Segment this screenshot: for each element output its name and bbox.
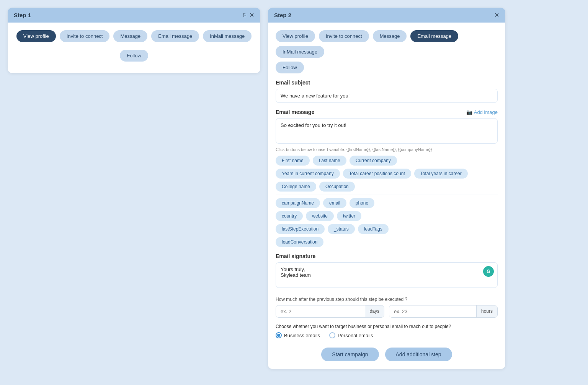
personal-emails-radio-circle [329, 332, 335, 338]
image-icon: 📷 [466, 109, 472, 115]
step2-controls: ✕ [494, 11, 499, 19]
email-message-header: Email message 📷 Add image [276, 109, 498, 115]
step1-body: View profile Invite to connect Message E… [8, 23, 260, 73]
step1-invite-connect-button[interactable]: Invite to connect [60, 30, 110, 42]
email-subject-label: Email subject [276, 80, 498, 86]
email-message-textarea[interactable]: So excited for you to try it out! [276, 118, 498, 144]
variable-buttons-row7: leadConversation [276, 237, 498, 247]
var-last-name-button[interactable]: Last name [313, 156, 346, 166]
timing-label: How much after the previous step should … [276, 297, 498, 302]
variable-buttons-row1: First name Last name Current company [276, 156, 498, 166]
var-first-name-button[interactable]: First name [276, 156, 310, 166]
step1-controls: ⎘ ✕ [243, 11, 254, 19]
var-current-company-button[interactable]: Current company [350, 156, 397, 166]
step2-actions-row2: Follow [276, 62, 498, 73]
variable-buttons-row2: Years in current company Total career po… [276, 169, 498, 179]
step2-email-message-button[interactable]: Email message [410, 30, 458, 42]
variable-buttons-row3: College name Occupation [276, 182, 498, 192]
timing-days-input[interactable] [276, 305, 365, 317]
step1-actions-row2: Follow [15, 50, 253, 62]
email-signature-label: Email signature [276, 253, 498, 259]
timing-hours-input[interactable] [389, 305, 476, 317]
radio-row: Business emails Personal emails [276, 332, 498, 338]
step1-inmail-message-button[interactable]: InMail message [203, 30, 252, 42]
var-total-years-career-button[interactable]: Total years in career [414, 169, 468, 179]
step1-panel: Step 1 ⎘ ✕ View profile Invite to connec… [8, 8, 260, 73]
step1-title: Step 1 [14, 12, 31, 18]
timing-days-group: days [276, 305, 384, 318]
personal-emails-label: Personal emails [338, 333, 373, 338]
timing-hours-unit: hours [476, 305, 497, 317]
var-status-button[interactable]: _status [328, 224, 355, 234]
add-additional-step-button[interactable]: Add additional step [385, 348, 452, 361]
email-target-label: Choose whether you want to target busine… [276, 324, 498, 329]
personal-emails-radio[interactable]: Personal emails [329, 332, 373, 338]
bottom-actions: Start campaign Add additional step [276, 348, 498, 361]
close-icon[interactable]: ✕ [249, 11, 254, 19]
var-country-button[interactable]: country [276, 211, 303, 221]
step2-title: Step 2 [274, 12, 291, 18]
step1-view-profile-button[interactable]: View profile [16, 30, 56, 42]
email-signature-textarea[interactable]: Yours truly, Skylead team [276, 262, 498, 288]
var-last-step-execution-button[interactable]: lastStepExecution [276, 224, 325, 234]
var-lead-conversation-button[interactable]: leadConversation [276, 237, 323, 247]
var-email-button[interactable]: email [323, 198, 346, 208]
step2-message-button[interactable]: Message [373, 30, 407, 42]
variable-hint-text: Click buttons below to insert variable: … [276, 147, 498, 152]
step2-invite-connect-button[interactable]: Invite to connect [319, 30, 369, 42]
var-occupation-button[interactable]: Occupation [319, 182, 355, 192]
business-emails-radio-circle [276, 332, 282, 338]
step2-actions-row1: View profile Invite to connect Message E… [276, 30, 498, 58]
step2-inmail-message-button[interactable]: InMail message [276, 46, 324, 58]
add-image-label: Add image [474, 109, 498, 115]
var-twitter-button[interactable]: twitter [337, 211, 361, 221]
variable-section-divider [276, 195, 498, 195]
step2-panel: Step 2 ✕ View profile Invite to connect … [268, 8, 505, 369]
var-website-button[interactable]: website [306, 211, 334, 221]
var-phone-button[interactable]: phone [350, 198, 374, 208]
signature-wrapper: Yours truly, Skylead team G [276, 262, 498, 289]
variable-buttons-row5: country website twitter [276, 211, 498, 221]
edit-icon[interactable]: ⎘ [243, 12, 246, 18]
business-emails-label: Business emails [284, 333, 320, 338]
var-total-career-positions-button[interactable]: Total career positions count [343, 169, 411, 179]
step2-header: Step 2 ✕ [268, 8, 505, 23]
step1-actions-row1: View profile Invite to connect Message E… [15, 30, 253, 42]
var-campaign-name-button[interactable]: campaignName [276, 198, 320, 208]
step1-email-message-button[interactable]: Email message [151, 30, 199, 42]
step2-view-profile-button[interactable]: View profile [276, 30, 315, 42]
var-years-current-company-button[interactable]: Years in current company [276, 169, 340, 179]
add-image-button[interactable]: 📷 Add image [466, 109, 498, 115]
step2-body: View profile Invite to connect Message E… [268, 23, 505, 369]
step1-message-button[interactable]: Message [113, 30, 147, 42]
step1-header: Step 1 ⎘ ✕ [8, 8, 260, 23]
timing-days-unit: days [365, 305, 384, 317]
signature-avatar: G [483, 266, 494, 277]
business-emails-radio[interactable]: Business emails [276, 332, 320, 338]
timing-row: days hours [276, 305, 498, 318]
start-campaign-button[interactable]: Start campaign [321, 348, 379, 361]
var-college-name-button[interactable]: College name [276, 182, 316, 192]
step2-follow-button[interactable]: Follow [276, 62, 304, 73]
variable-buttons-row6: lastStepExecution _status leadTags [276, 224, 498, 234]
step2-close-icon[interactable]: ✕ [494, 11, 499, 19]
email-subject-input[interactable] [276, 89, 498, 103]
timing-hours-group: hours [389, 305, 498, 318]
step1-follow-button[interactable]: Follow [120, 50, 148, 62]
email-message-label: Email message [276, 109, 314, 115]
variable-buttons-row4: campaignName email phone [276, 198, 498, 208]
var-lead-tags-button[interactable]: leadTags [358, 224, 389, 234]
